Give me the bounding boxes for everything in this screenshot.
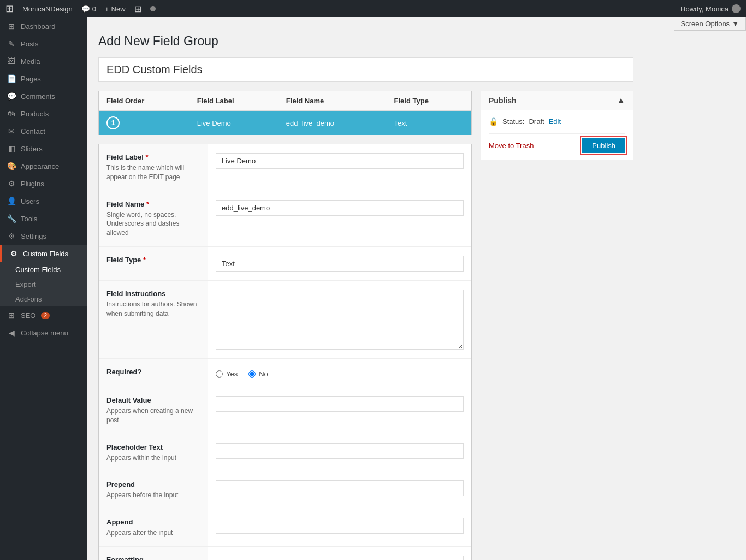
submenu-item-export[interactable]: Export [0, 277, 87, 292]
sidebar-item-users[interactable]: 👤 Users [0, 192, 87, 210]
sidebar-item-pages[interactable]: 📄 Pages [0, 70, 87, 87]
field-name-desc: Single word, no spaces. Underscores and … [106, 210, 200, 238]
required-yes-label[interactable]: Yes [216, 370, 238, 378]
main-content: Add New Field Group Field Order Field La… [87, 17, 746, 560]
sidebar-item-contact[interactable]: ✉ Contact [0, 122, 87, 140]
required-no-radio[interactable] [248, 370, 256, 378]
sidebar-item-settings[interactable]: ⚙ Settings [0, 227, 87, 245]
prepend-input-col [208, 471, 471, 509]
field-instructions-label-col: Field Instructions Instructions for auth… [99, 281, 208, 358]
table-row[interactable]: 1 Live Demo edd_live_demo Text [99, 111, 471, 135]
required-input-col: Yes No [208, 359, 471, 387]
users-icon: 👤 [7, 197, 16, 205]
admin-menu: ⊞ Dashboard ✎ Posts 🖼 Media 📄 Pages 💬 Co… [0, 17, 87, 560]
sliders-icon: ◧ [7, 144, 16, 153]
sidebar-item-appearance[interactable]: 🎨 Appearance [0, 157, 87, 175]
col-name: Field Name [279, 91, 387, 111]
page-wrap: Add New Field Group Field Order Field La… [98, 34, 633, 560]
move-to-trash-link[interactable]: Move to Trash [489, 142, 534, 150]
field-label-input-col [208, 144, 471, 191]
field-name-row: Field Name * Single word, no spaces. Und… [99, 191, 471, 247]
required-star-2: * [146, 200, 149, 208]
products-icon: 🛍 [7, 109, 16, 118]
field-name-input[interactable] [216, 200, 464, 216]
append-input-col [208, 509, 471, 546]
required-yes-radio[interactable] [216, 370, 223, 378]
field-type-input[interactable] [216, 256, 464, 272]
placeholder-row: Placeholder Text Appears within the inpu… [99, 434, 471, 472]
placeholder-input[interactable] [216, 443, 464, 459]
publish-toggle[interactable]: ▲ [617, 96, 625, 105]
sidebar-item-custom-fields[interactable]: ⚙ Custom Fields [0, 245, 87, 262]
field-type-row: Field Type * [99, 247, 471, 281]
field-instructions-textarea[interactable] [216, 290, 464, 350]
append-row: Append Appears after the input [99, 509, 471, 547]
collapse-menu[interactable]: ◀ Collapse menu [0, 324, 87, 341]
required-title: Required? [106, 368, 200, 376]
field-instructions-input-col [208, 281, 471, 358]
main-column: Field Order Field Label Field Name Field… [98, 91, 472, 560]
field-type-label-col: Field Type * [99, 247, 208, 280]
new-content[interactable]: + New [105, 5, 126, 13]
custom-fields-submenu: Custom Fields Export Add-ons [0, 262, 87, 306]
field-editor: Field Label * This is the name which wil… [98, 144, 472, 560]
field-table: Field Order Field Label Field Name Field… [99, 91, 471, 135]
field-label-desc: This is the name which will appear on th… [106, 163, 200, 182]
publish-actions: Move to Trash Publish [489, 133, 625, 153]
order-circle: 1 [106, 116, 120, 129]
sidebar-item-seo[interactable]: ⊞ SEO 2 [0, 306, 87, 324]
status-edit-link[interactable]: Edit [549, 117, 561, 126]
page-title: Add New Field Group [98, 34, 633, 49]
required-star-3: * [143, 256, 146, 264]
field-label-row: Field Label * This is the name which wil… [99, 144, 471, 191]
wp-logo[interactable]: ⊞ [5, 3, 14, 15]
dashboard-icon: ⊞ [7, 22, 16, 31]
required-label-col: Required? [99, 359, 208, 387]
field-name-label-col: Field Name * Single word, no spaces. Und… [99, 191, 208, 246]
placeholder-title: Placeholder Text [106, 443, 200, 451]
default-value-input[interactable] [216, 396, 464, 412]
plugins-icon: ⚙ [7, 179, 16, 188]
sidebar-item-dashboard[interactable]: ⊞ Dashboard [0, 17, 87, 35]
append-title: Append [106, 518, 200, 526]
formatting-label-col: Formatting Affects value on front end [99, 547, 208, 560]
submenu-item-custom-fields[interactable]: Custom Fields [0, 262, 87, 277]
site-name[interactable]: MonicaNDesign [22, 5, 73, 13]
wp-icon-2: ⊞ [134, 4, 141, 14]
sidebar-item-products[interactable]: 🛍 Products [0, 105, 87, 122]
wp-layout: ⊞ Dashboard ✎ Posts 🖼 Media 📄 Pages 💬 Co… [0, 17, 746, 560]
field-label-title: Field Label * [106, 153, 200, 161]
append-input[interactable] [216, 518, 464, 534]
formatting-input-col [208, 547, 471, 560]
publish-box-header: Publish ▲ [481, 91, 633, 110]
sidebar-item-media[interactable]: 🖼 Media [0, 52, 87, 70]
comments-link[interactable]: 💬 0 [81, 5, 96, 13]
prepend-input[interactable] [216, 480, 464, 496]
prepend-row: Prepend Appears before the input [99, 471, 471, 509]
comments-icon: 💬 [7, 92, 16, 101]
sidebar-item-tools[interactable]: 🔧 Tools [0, 210, 87, 227]
submenu-item-add-ons[interactable]: Add-ons [0, 292, 87, 306]
field-type-title: Field Type * [106, 256, 200, 264]
avatar [732, 4, 741, 13]
screen-options-button[interactable]: Screen Options ▼ [674, 17, 746, 31]
field-label-input[interactable] [216, 153, 464, 169]
publish-box: Publish ▲ 🔒 Status: Draft Edit Mov [481, 91, 633, 160]
field-group-name-input[interactable] [98, 57, 633, 82]
sidebar-item-posts[interactable]: ✎ Posts [0, 35, 87, 52]
publish-button[interactable]: Publish [582, 138, 625, 153]
col-type: Field Type [387, 91, 471, 111]
sidebar-item-plugins[interactable]: ⚙ Plugins [0, 175, 87, 192]
required-no-label[interactable]: No [248, 370, 268, 378]
append-desc: Appears after the input [106, 528, 200, 538]
seo-badge: 2 [41, 312, 50, 319]
formatting-input[interactable] [216, 556, 464, 560]
row-order: 1 [99, 111, 190, 135]
sidebar-item-comments[interactable]: 💬 Comments [0, 87, 87, 105]
placeholder-desc: Appears within the input [106, 453, 200, 463]
field-table-box: Field Order Field Label Field Name Field… [98, 91, 472, 135]
contact-icon: ✉ [7, 127, 16, 135]
sidebar-item-sliders[interactable]: ◧ Sliders [0, 140, 87, 157]
tools-icon: 🔧 [7, 214, 16, 223]
side-column: Publish ▲ 🔒 Status: Draft Edit Mov [481, 91, 633, 160]
